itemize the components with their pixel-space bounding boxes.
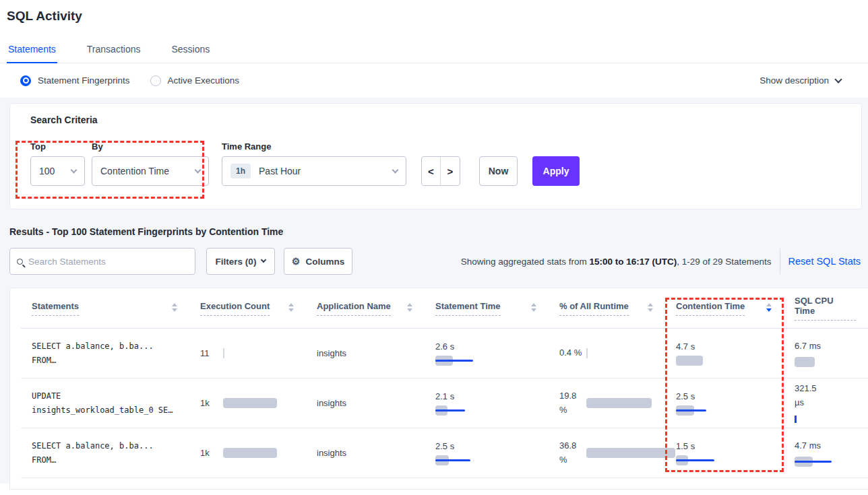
statement-line2: insights_workload_table_0 SE… (32, 403, 179, 417)
column-header-label: Statements (32, 301, 79, 316)
column-header-of-all-runtime[interactable]: % of All Runtime (549, 301, 665, 316)
execution-count-bar-total (223, 398, 277, 408)
contention-time-value: 1.5 s (676, 441, 773, 451)
aggregation-status: Showing aggregated stats from 15:00 to 1… (461, 257, 772, 267)
contention-time-bar-total (676, 356, 703, 366)
sql-cpu-time-bar (795, 414, 868, 424)
sort-up-arrow (531, 303, 536, 306)
application-name-value: insights (317, 348, 414, 358)
tab-statements[interactable]: Statements (7, 40, 57, 63)
column-header-label: Statement Time (435, 301, 501, 316)
time-range-select[interactable]: 1h Past Hour (222, 156, 406, 186)
radio-active-executions[interactable]: Active Executions (150, 75, 240, 86)
sql-cpu-time-bar (795, 357, 868, 367)
search-statements-box[interactable] (9, 248, 195, 275)
filters-button[interactable]: Filters (0) (206, 248, 275, 275)
apply-button[interactable]: Apply (532, 156, 580, 186)
table-row[interactable]: SELECT a.balance, b.ba...FROM…1kinsights… (21, 428, 868, 478)
results-heading: Results - Top 100 Statement Fingerprints… (9, 226, 868, 237)
statement-time-cell: 2.5 s (425, 441, 549, 465)
sort-down-arrow (648, 308, 653, 312)
columns-button[interactable]: ⚙ Columns (284, 248, 352, 275)
show-description-toggle[interactable]: Show description (760, 75, 841, 86)
column-header-application-name[interactable]: Application Name (306, 301, 425, 316)
statement-cell[interactable]: SELECT a.balance, b.ba...FROM… (21, 339, 189, 367)
column-header-execution-count[interactable]: Execution Count (189, 301, 306, 316)
time-next-button[interactable]: > (441, 157, 460, 185)
execution-count-bar-total (223, 448, 277, 458)
chevron-down-icon (834, 75, 842, 83)
pct-runtime-bar-tick (586, 348, 588, 358)
sort-icon[interactable] (407, 303, 412, 312)
column-header-label: Execution Count (200, 301, 270, 316)
page-title: SQL Activity (0, 0, 868, 24)
radio-label: Statement Fingerprints (38, 75, 130, 86)
sort-up-arrow (288, 303, 294, 306)
statement-time-bar (435, 455, 516, 465)
sort-icon[interactable] (172, 303, 177, 312)
show-description-label: Show description (760, 75, 829, 86)
application-name-value: insights (317, 398, 414, 408)
top-select[interactable]: 100 (30, 156, 85, 186)
sort-icon[interactable] (288, 303, 294, 312)
column-header-label: Application Name (317, 301, 391, 316)
execution-count-bar (223, 448, 295, 458)
column-header-contention-time[interactable]: Contention Time (665, 301, 784, 316)
table-row[interactable]: SELECT a.balance, b.ba...FROM…11insights… (21, 329, 868, 378)
by-select-value: Contention Time (100, 166, 169, 176)
radio-label: Active Executions (168, 75, 240, 86)
table-row[interactable]: UPDATEinsights_workload_table_0 SE…1kins… (21, 378, 868, 428)
reset-sql-stats-link[interactable]: Reset SQL Stats (788, 256, 861, 267)
tab-sessions[interactable]: Sessions (170, 40, 211, 63)
sort-icon[interactable] (648, 303, 653, 312)
sql-cpu-time-cell: 6.7 ms (784, 339, 868, 368)
time-prev-button[interactable]: < (422, 157, 441, 185)
search-criteria-title: Search Criteria (30, 114, 861, 125)
statement-time-bar-line (435, 360, 473, 362)
sql-cpu-time-bar-tick (795, 416, 797, 423)
sql-cpu-time-value: 6.7 ms (795, 339, 827, 354)
sort-down-arrow (288, 308, 294, 312)
column-header-statement-time[interactable]: Statement Time (425, 301, 549, 316)
pct-runtime-bar (586, 448, 654, 458)
pct-runtime-cell: 36.8 % (549, 439, 665, 467)
sort-down-arrow (531, 308, 536, 312)
sort-up-arrow (407, 303, 412, 306)
contention-time-bar (676, 356, 757, 366)
by-select[interactable]: Contention Time (92, 156, 209, 186)
statement-line1: SELECT a.balance, b.ba... (32, 339, 179, 353)
column-header-statements[interactable]: Statements (21, 301, 189, 316)
contention-time-bar-line (676, 409, 706, 411)
sort-icon[interactable] (766, 303, 772, 312)
radio-statement-fingerprints[interactable]: Statement Fingerprints (20, 75, 130, 86)
sql-cpu-time-value: 4.7 ms (795, 439, 827, 453)
execution-count-bar (223, 348, 295, 358)
pct-runtime-cell: 19.8 % (549, 389, 665, 418)
statement-cell[interactable]: UPDATEinsights_workload_table_0 SE… (21, 389, 189, 417)
statement-time-bar-line (435, 459, 470, 461)
pct-runtime-value: 0.4 % (559, 346, 584, 360)
sort-up-arrow (648, 303, 653, 306)
tab-transactions[interactable]: Transactions (86, 40, 142, 63)
statement-time-cell: 2.1 s (425, 391, 549, 416)
results-toolbar: Filters (0) ⚙ Columns Showing aggregated… (9, 248, 861, 275)
sql-cpu-time-bar (795, 457, 868, 467)
now-button[interactable]: Now (479, 156, 518, 186)
pct-runtime-bar (586, 398, 654, 408)
column-header-sql-cpu-time[interactable]: SQL CPU Time (784, 296, 868, 321)
statement-cell[interactable]: SELECT a.balance, b.ba...FROM… (21, 439, 189, 467)
columns-label: Columns (305, 257, 344, 267)
pct-runtime-cell: 0.4 % (549, 346, 665, 360)
search-statements-input[interactable] (28, 257, 188, 267)
sort-icon[interactable] (531, 303, 536, 312)
statement-line1: SELECT a.balance, b.ba... (32, 439, 179, 453)
column-header-label: Contention Time (676, 301, 745, 316)
view-toggle-row: Statement Fingerprints Active Executions… (0, 63, 868, 98)
statement-line2: FROM… (32, 354, 179, 367)
radio-unselected-icon (150, 75, 161, 86)
contention-time-bar (676, 405, 757, 416)
sql-cpu-time-bar-total (795, 357, 815, 367)
sql-cpu-time-cell: 321.5 µs (784, 382, 868, 424)
contention-time-value: 2.5 s (676, 391, 773, 401)
chevron-down-icon (261, 257, 266, 263)
